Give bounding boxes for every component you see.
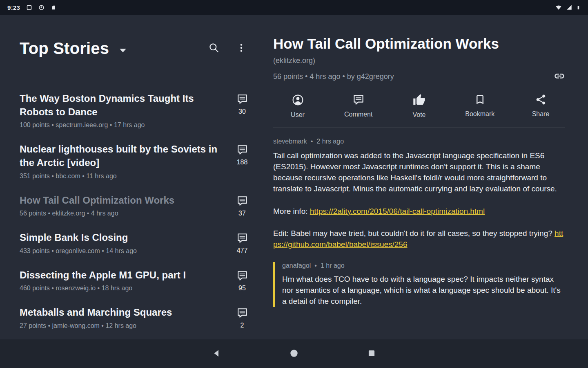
cellular-signal-icon — [566, 4, 572, 11]
story-comments-button[interactable]: 37 — [233, 194, 252, 218]
comment-author[interactable]: stevebmark — [273, 138, 307, 145]
battery-icon — [576, 4, 581, 11]
bullet-separator: • — [311, 138, 313, 145]
story-comments-button[interactable]: 188 — [233, 143, 252, 180]
comment-count: 30 — [238, 108, 246, 115]
app-screen: 9:23 — [0, 0, 588, 368]
story-meta: 351 points • bbc.com • 11 hrs ago — [20, 173, 226, 180]
bullet-separator: • — [314, 262, 317, 269]
detail-domain: (eklitzke.org) — [273, 56, 565, 65]
comment-icon — [236, 144, 248, 157]
comment-body: Hm what does TCO have to do with a langu… — [282, 274, 565, 307]
story-title: Nuclear lighthouses built by the Soviets… — [20, 143, 226, 169]
story-row[interactable]: Metaballs and Marching Squares 27 points… — [20, 299, 252, 337]
comment: stevebmark • 2 hrs ago Tail call optimiz… — [273, 138, 565, 250]
screenshot-icon — [26, 4, 32, 11]
user-button[interactable]: User — [277, 94, 318, 119]
comment-icon — [236, 307, 248, 321]
divider — [273, 128, 565, 128]
search-button[interactable] — [205, 40, 222, 57]
story-comments-button[interactable]: 95 — [233, 269, 252, 292]
comment-header: stevebmark • 2 hrs ago — [273, 138, 565, 145]
app-notification-icon — [38, 4, 45, 11]
main-content: Top Stories The W — [0, 15, 588, 339]
story-comments-button[interactable]: 30 — [233, 92, 252, 129]
story-list: The Way Boston Dynamics Taught Its Robot… — [20, 85, 268, 337]
comment-author[interactable]: ganafagol — [282, 262, 311, 269]
overflow-menu-button[interactable] — [233, 40, 250, 57]
story-detail-pane: How Tail Call Optimization Works (eklitz… — [268, 15, 588, 339]
back-icon — [212, 348, 221, 360]
comment-paragraph: Tail call optimization was added to the … — [273, 150, 565, 195]
search-icon — [208, 42, 219, 54]
comment-icon — [236, 93, 248, 107]
action-row: User Comment Vote — [273, 94, 565, 119]
open-link-button[interactable] — [554, 70, 565, 83]
story-list-pane: Top Stories The W — [0, 15, 268, 339]
back-button[interactable] — [205, 344, 228, 364]
more-info-link[interactable]: https://2ality.com/2015/06/tail-call-opt… — [310, 207, 485, 215]
story-title: The Way Boston Dynamics Taught Its Robot… — [20, 92, 226, 119]
story-text: Nuclear lighthouses built by the Soviets… — [20, 143, 226, 180]
wifi-icon — [555, 4, 562, 11]
story-meta: 27 points • jamie-wong.com • 12 hrs ago — [20, 322, 172, 330]
comments-section: stevebmark • 2 hrs ago Tail call optimiz… — [273, 138, 565, 307]
status-bar: 9:23 — [0, 0, 588, 15]
comment-icon — [236, 270, 248, 283]
home-button[interactable] — [283, 344, 305, 364]
comment-time: 2 hrs ago — [316, 138, 344, 145]
story-meta: 56 points • eklitzke.org • 4 hrs ago — [20, 210, 174, 217]
clock: 9:23 — [7, 4, 20, 11]
story-text: Dissecting the Apple M1 GPU, part I 460 … — [20, 269, 186, 292]
comment-icon — [352, 94, 365, 107]
comment-time: 1 hr ago — [321, 262, 345, 269]
comment-paragraph: Edit: Babel may have tried, but couldn't… — [273, 228, 565, 250]
recents-button[interactable] — [360, 344, 383, 364]
story-comments-button[interactable]: 477 — [233, 231, 252, 255]
detail-meta: 56 points • 4 hrs ago • by g42gregory — [273, 72, 394, 81]
page-title: Top Stories — [20, 39, 109, 58]
comment-count: 95 — [238, 285, 246, 292]
comment-icon — [236, 195, 248, 209]
thumbs-up-icon — [413, 94, 425, 108]
story-text: How Tail Call Optimization Works 56 poin… — [20, 194, 174, 218]
story-row[interactable]: Nuclear lighthouses built by the Soviets… — [20, 136, 252, 186]
story-comments-button[interactable]: 2 — [233, 306, 252, 330]
story-title: Dissecting the Apple M1 GPU, part I — [20, 269, 186, 282]
share-icon — [535, 94, 547, 107]
detail-meta-row: 56 points • 4 hrs ago • by g42gregory — [273, 70, 565, 83]
chevron-down-icon — [120, 49, 126, 52]
nested-comment: ganafagol • 1 hr ago Hm what does TCO ha… — [273, 262, 565, 307]
more-info-prefix: More info: — [273, 207, 310, 215]
sd-card-icon — [51, 4, 56, 11]
user-icon — [292, 94, 304, 108]
story-title: How Tail Call Optimization Works — [20, 194, 174, 207]
story-row[interactable]: Simple Bank Is Closing 433 points • oreg… — [20, 224, 252, 262]
comment-count: 37 — [238, 210, 246, 217]
story-text: The Way Boston Dynamics Taught Its Robot… — [20, 92, 226, 129]
bookmark-label: Bookmark — [465, 110, 494, 118]
detail-title: How Tail Call Optimization Works — [273, 35, 565, 52]
bookmark-icon — [474, 94, 486, 107]
comment-body: Tail call optimization was added to the … — [273, 150, 565, 250]
edit-prefix: Edit: Babel may have tried, but couldn't… — [273, 229, 555, 238]
story-row-selected[interactable]: How Tail Call Optimization Works 56 poin… — [20, 187, 252, 224]
comment-count: 188 — [237, 159, 248, 166]
vote-button[interactable]: Vote — [399, 94, 440, 119]
user-label: User — [291, 111, 305, 119]
story-meta: 433 points • oregonlive.com • 14 hrs ago — [20, 247, 137, 255]
bookmark-button[interactable]: Bookmark — [459, 94, 500, 119]
status-bar-left: 9:23 — [7, 4, 56, 11]
feed-selector[interactable]: Top Stories — [20, 39, 126, 58]
home-icon — [290, 349, 298, 359]
story-row[interactable]: Dissecting the Apple M1 GPU, part I 460 … — [20, 262, 252, 299]
story-meta: 460 points • rosenzweig.io • 18 hrs ago — [20, 285, 186, 292]
comment-button[interactable]: Comment — [338, 94, 379, 119]
share-button[interactable]: Share — [520, 94, 561, 119]
comment-paragraph: Hm what does TCO have to do with a langu… — [282, 274, 565, 307]
story-text: Simple Bank Is Closing 433 points • oreg… — [20, 231, 137, 255]
story-text: Metaballs and Marching Squares 27 points… — [20, 306, 172, 330]
story-row[interactable]: The Way Boston Dynamics Taught Its Robot… — [20, 85, 252, 136]
comment-paragraph: More info: https://2ality.com/2015/06/ta… — [273, 206, 565, 217]
more-vert-icon — [236, 43, 247, 54]
